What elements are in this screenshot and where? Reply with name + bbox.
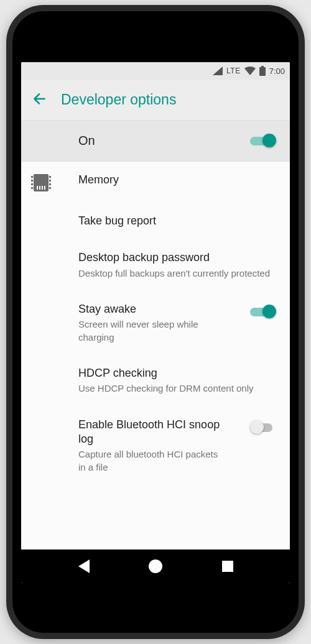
master-toggle-row[interactable]: On bbox=[21, 121, 290, 162]
phone-frame: LTE 7:00 Developer options On bbox=[6, 5, 305, 639]
phone-bezel: LTE 7:00 Developer options On bbox=[12, 11, 299, 633]
master-toggle-label: On bbox=[78, 134, 95, 148]
nav-recents-button[interactable] bbox=[218, 557, 237, 576]
list-item-bugreport[interactable]: Take bug report bbox=[21, 203, 290, 239]
status-bar: LTE 7:00 bbox=[21, 62, 290, 80]
signal-icon bbox=[213, 67, 223, 75]
item-title: Enable Bluetooth HCI snoop log bbox=[78, 418, 221, 447]
network-label: LTE bbox=[226, 67, 241, 75]
circle-home-icon bbox=[149, 559, 162, 573]
item-subtitle: Use HDCP checking for DRM content only bbox=[78, 382, 277, 395]
back-arrow-icon[interactable] bbox=[31, 91, 47, 109]
list-item-memory[interactable]: Memory bbox=[21, 162, 290, 203]
battery-icon bbox=[259, 66, 266, 76]
item-subtitle: Screen will never sleep while charging bbox=[78, 318, 228, 344]
list-item-backup-password[interactable]: Desktop backup password Desktop full bac… bbox=[21, 239, 290, 291]
item-title: Desktop backup password bbox=[78, 251, 277, 265]
clock-label: 7:00 bbox=[269, 67, 285, 76]
app-bar: Developer options bbox=[21, 80, 290, 121]
nav-back-button[interactable] bbox=[75, 557, 93, 576]
svg-rect-0 bbox=[259, 67, 266, 76]
item-title: HDCP checking bbox=[78, 366, 277, 380]
list-item-hdcp[interactable]: HDCP checking Use HDCP checking for DRM … bbox=[21, 355, 290, 407]
page-title: Developer options bbox=[61, 91, 176, 108]
wifi-icon bbox=[244, 67, 256, 75]
stay-awake-switch[interactable] bbox=[250, 305, 277, 320]
svg-rect-1 bbox=[261, 66, 264, 67]
bt-hci-switch[interactable] bbox=[250, 420, 277, 435]
navigation-bar bbox=[21, 550, 290, 583]
item-title: Memory bbox=[78, 173, 277, 187]
settings-list: Memory Take bug report Desktop backup pa… bbox=[21, 162, 290, 550]
list-item-stay-awake[interactable]: Stay awake Screen will never sleep while… bbox=[21, 291, 290, 355]
item-title: Take bug report bbox=[78, 214, 277, 228]
item-subtitle: Desktop full backups aren't currently pr… bbox=[78, 267, 277, 280]
square-recents-icon bbox=[222, 561, 233, 572]
master-toggle-switch[interactable] bbox=[250, 134, 277, 149]
screen: LTE 7:00 Developer options On bbox=[21, 62, 290, 583]
list-item-bt-hci[interactable]: Enable Bluetooth HCI snoop log Capture a… bbox=[21, 407, 290, 485]
item-title: Stay awake bbox=[78, 302, 240, 316]
nav-home-button[interactable] bbox=[146, 557, 165, 576]
memory-chip-icon bbox=[34, 174, 49, 191]
triangle-back-icon bbox=[78, 559, 90, 573]
item-subtitle: Capture all bluetooth HCI packets in a f… bbox=[78, 448, 221, 474]
